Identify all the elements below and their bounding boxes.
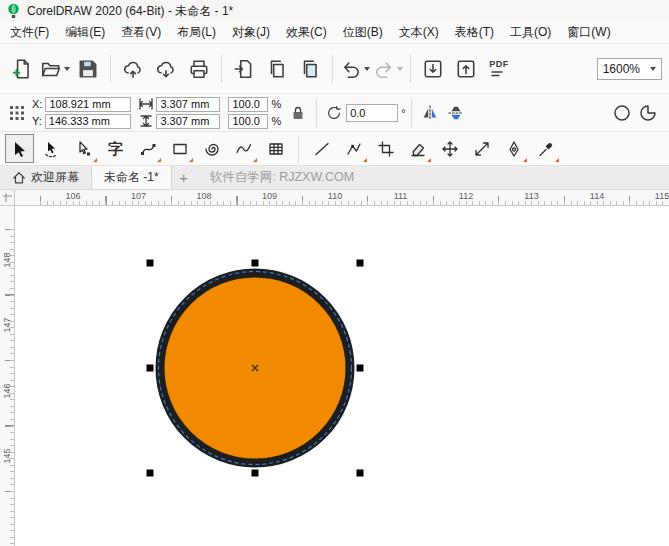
save-button[interactable] xyxy=(72,49,104,89)
menu-tools[interactable]: 工具(O) xyxy=(502,22,559,43)
toolbar-separator xyxy=(332,55,333,83)
property-bar: X: Y: xyxy=(0,94,669,132)
zoom-dropdown-arrow[interactable] xyxy=(650,67,656,71)
vertical-ruler[interactable]: 148 147 146 145 xyxy=(0,206,15,546)
selection-handle[interactable] xyxy=(252,260,259,267)
download-cloud-button[interactable] xyxy=(150,49,182,89)
menu-effects[interactable]: 效果(C) xyxy=(278,22,335,43)
selection-handle[interactable] xyxy=(147,365,154,372)
y-position-input[interactable] xyxy=(45,114,131,129)
line-tool[interactable] xyxy=(307,134,336,163)
tab-document[interactable]: 未命名 -1* xyxy=(91,166,172,189)
redo-icon xyxy=(373,58,395,80)
lock-ratio-button[interactable] xyxy=(285,99,311,127)
horizontal-ruler[interactable]: 106 107 108 109 110 111 112 113 114 115 xyxy=(15,190,669,206)
flyout-indicator xyxy=(363,158,367,162)
rectangle-tool[interactable] xyxy=(165,134,194,163)
zoom-level-select[interactable]: 1600% xyxy=(597,58,662,80)
new-document-icon xyxy=(11,58,33,80)
freehand-pick-tool[interactable] xyxy=(37,134,66,163)
undo-dropdown-arrow[interactable] xyxy=(364,67,370,71)
dimension-tool[interactable] xyxy=(467,134,496,163)
object-height-input[interactable] xyxy=(156,114,220,129)
redo-dropdown-arrow[interactable] xyxy=(397,67,403,71)
menu-text[interactable]: 文本(X) xyxy=(391,22,447,43)
scale-height-input[interactable] xyxy=(228,114,268,129)
table-tool[interactable] xyxy=(261,134,290,163)
print-button[interactable] xyxy=(183,49,215,89)
save-icon xyxy=(77,58,99,80)
eraser-tool-icon xyxy=(409,140,427,158)
spiral-shapes-tool[interactable] xyxy=(197,134,226,163)
toolbar-separator xyxy=(410,55,411,83)
eraser-tool[interactable] xyxy=(403,134,432,163)
selection-handle[interactable] xyxy=(147,470,154,477)
export-button[interactable] xyxy=(450,49,482,89)
y-label: Y: xyxy=(32,115,42,127)
scale-width-input[interactable] xyxy=(228,97,268,112)
x-position-input[interactable] xyxy=(45,97,131,112)
freehand-curve-tool[interactable] xyxy=(229,134,258,163)
upload-cloud-button[interactable] xyxy=(117,49,149,89)
open-button[interactable] xyxy=(39,49,71,89)
selection-handle[interactable] xyxy=(357,470,364,477)
paste-icon xyxy=(299,58,321,80)
drawing-canvas[interactable] xyxy=(15,206,669,546)
selection-handle[interactable] xyxy=(357,260,364,267)
rectangle-tool-icon xyxy=(171,140,189,158)
new-tab-button[interactable]: + xyxy=(172,166,196,189)
upload-cloud-icon xyxy=(122,58,144,80)
polyline-tool[interactable] xyxy=(339,134,368,163)
menu-bitmaps[interactable]: 位图(B) xyxy=(335,22,391,43)
selection-handle[interactable] xyxy=(252,470,259,477)
bezier-pen-tool[interactable] xyxy=(133,134,162,163)
menu-edit[interactable]: 编辑(E) xyxy=(57,22,113,43)
copy-button[interactable] xyxy=(261,49,293,89)
menu-layout[interactable]: 布局(L) xyxy=(169,22,224,43)
selection-handle[interactable] xyxy=(147,260,154,267)
redo-button[interactable] xyxy=(372,49,404,89)
menu-view[interactable]: 查看(V) xyxy=(113,22,169,43)
percent-label: % xyxy=(271,98,281,110)
shape-tool-icon xyxy=(75,140,93,158)
mirror-vertical-button[interactable] xyxy=(443,99,469,127)
shape-tool[interactable] xyxy=(69,134,98,163)
new-document-button[interactable] xyxy=(6,49,38,89)
undo-button[interactable] xyxy=(339,49,371,89)
freehand-curve-icon xyxy=(235,140,253,158)
menu-window[interactable]: 窗口(W) xyxy=(559,22,618,43)
document-tab-label: 未命名 -1* xyxy=(104,169,159,186)
bezier-pen-icon xyxy=(139,140,157,158)
canvas-svg xyxy=(15,206,669,546)
open-dropdown-arrow[interactable] xyxy=(64,67,70,71)
menu-table[interactable]: 表格(T) xyxy=(447,22,502,43)
ellipse-shape-icon xyxy=(612,103,632,123)
transform-tool[interactable] xyxy=(435,134,464,163)
ellipse-shape-button[interactable] xyxy=(609,99,635,127)
pie-shape-button[interactable] xyxy=(635,99,661,127)
menu-file[interactable]: 文件(F) xyxy=(2,22,57,43)
object-width-input[interactable] xyxy=(156,97,220,112)
propbar-separator xyxy=(411,99,412,127)
dimension-tool-icon xyxy=(473,140,491,158)
menu-object[interactable]: 对象(J) xyxy=(224,22,278,43)
spiral-tool-icon xyxy=(203,140,221,158)
print-icon xyxy=(188,58,210,80)
import-button[interactable] xyxy=(417,49,449,89)
pick-tool[interactable] xyxy=(5,134,34,163)
publish-pdf-button[interactable]: PDF xyxy=(483,49,515,89)
mirror-horizontal-button[interactable] xyxy=(417,99,443,127)
text-tool[interactable]: 字 xyxy=(101,134,130,163)
eyedropper-tool[interactable] xyxy=(531,134,560,163)
download-cloud-icon xyxy=(155,58,177,80)
ruler-origin-button[interactable] xyxy=(0,190,15,206)
crop-tool[interactable] xyxy=(371,134,400,163)
outline-pen-tool[interactable] xyxy=(499,134,528,163)
selection-handle[interactable] xyxy=(357,365,364,372)
undo-icon xyxy=(340,58,362,80)
cut-button[interactable] xyxy=(228,49,260,89)
paste-button[interactable] xyxy=(294,49,326,89)
rotation-angle-input[interactable] xyxy=(346,104,398,122)
object-origin-grid-icon[interactable] xyxy=(9,105,25,121)
tab-welcome-screen[interactable]: 欢迎屏幕 xyxy=(0,166,91,189)
